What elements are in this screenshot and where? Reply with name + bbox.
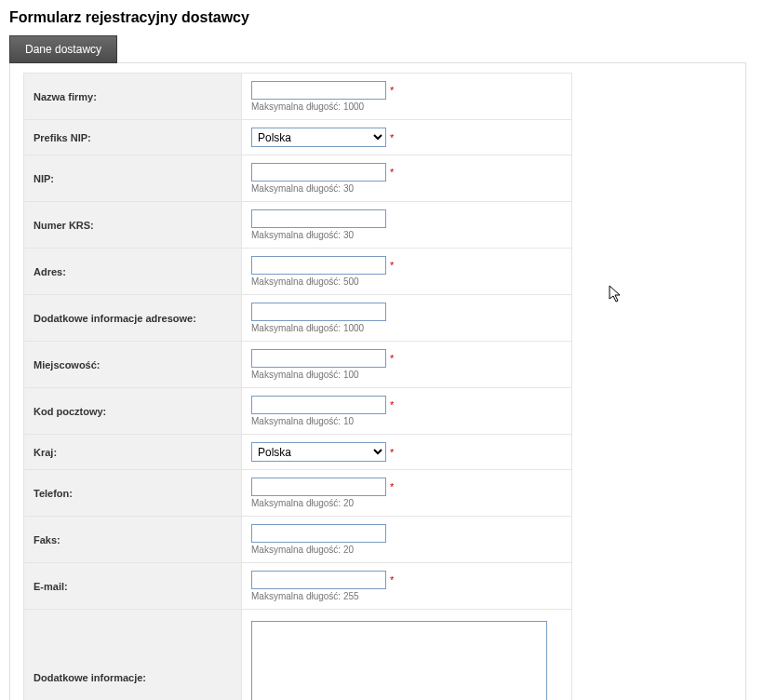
field-cell-telefon: * Maksymalna długość: 20 xyxy=(242,470,572,517)
miejscowosc-input[interactable] xyxy=(251,349,386,368)
hint-nazwa-firmy: Maksymalna długość: 1000 xyxy=(251,101,562,112)
required-marker: * xyxy=(390,399,394,411)
label-nazwa-firmy: Nazwa firmy: xyxy=(24,74,242,120)
field-cell-miejscowosc: * Maksymalna długość: 100 xyxy=(242,342,572,388)
label-faks: Faks: xyxy=(24,517,242,563)
field-cell-prefiks-nip: Polska * xyxy=(242,120,572,155)
label-email: E-mail: xyxy=(24,563,242,610)
kod-pocztowy-input[interactable] xyxy=(251,396,386,414)
required-marker: * xyxy=(390,132,394,143)
label-kod-pocztowy: Kod pocztowy: xyxy=(24,388,242,435)
hint-email: Maksymalna długość: 255 xyxy=(251,591,562,601)
field-cell-nip: * Maksymalna długość: 30 xyxy=(242,155,572,202)
hint-dod-adres: Maksymalna długość: 1000 xyxy=(251,323,562,333)
numer-krs-input[interactable] xyxy=(251,209,386,228)
label-dod-adres: Dodatkowe informacje adresowe: xyxy=(24,295,242,342)
faks-input[interactable] xyxy=(251,524,386,543)
label-kraj: Kraj: xyxy=(24,435,242,470)
hint-telefon: Maksymalna długość: 20 xyxy=(251,498,562,508)
field-cell-adres: * Maksymalna długość: 500 xyxy=(242,249,572,295)
label-miejscowosc: Miejscowość: xyxy=(24,342,242,388)
form-table: Nazwa firmy: * Maksymalna długość: 1000 … xyxy=(23,73,572,700)
hint-adres: Maksymalna długość: 500 xyxy=(251,276,562,287)
kraj-select[interactable]: Polska xyxy=(251,442,386,462)
required-marker: * xyxy=(390,260,394,271)
hint-numer-krs: Maksymalna długość: 30 xyxy=(251,230,562,240)
label-telefon: Telefon: xyxy=(24,470,242,517)
page-title: Formularz rejestracyjny dostawcy xyxy=(9,9,755,26)
hint-nip: Maksymalna długość: 30 xyxy=(251,183,562,194)
email-input[interactable] xyxy=(251,571,386,589)
field-cell-nazwa-firmy: * Maksymalna długość: 1000 xyxy=(242,74,572,120)
required-marker: * xyxy=(390,481,394,492)
telefon-input[interactable] xyxy=(251,478,386,496)
hint-faks: Maksymalna długość: 20 xyxy=(251,545,562,555)
label-dod-info: Dodatkowe informacje: xyxy=(24,610,242,701)
field-cell-kraj: Polska * xyxy=(242,435,572,470)
required-marker: * xyxy=(390,353,394,364)
dod-adres-input[interactable] xyxy=(251,303,386,321)
field-cell-faks: Maksymalna długość: 20 xyxy=(242,517,572,563)
label-prefiks-nip: Prefiks NIP: xyxy=(24,120,242,155)
field-cell-kod-pocztowy: * Maksymalna długość: 10 xyxy=(242,388,572,435)
field-cell-dod-info xyxy=(242,610,572,701)
required-marker: * xyxy=(390,85,394,96)
label-adres: Adres: xyxy=(24,249,242,295)
required-marker: * xyxy=(390,447,394,458)
hint-kod-pocztowy: Maksymalna długość: 10 xyxy=(251,416,562,426)
prefiks-nip-select[interactable]: Polska xyxy=(251,128,386,147)
nip-input[interactable] xyxy=(251,163,386,182)
label-numer-krs: Numer KRS: xyxy=(24,202,242,249)
field-cell-dod-adres: Maksymalna długość: 1000 xyxy=(242,295,572,342)
label-nip: NIP: xyxy=(24,155,242,202)
field-cell-numer-krs: Maksymalna długość: 30 xyxy=(242,202,572,249)
field-cell-email: * Maksymalna długość: 255 xyxy=(242,563,572,610)
hint-miejscowosc: Maksymalna długość: 100 xyxy=(251,370,562,380)
required-marker: * xyxy=(390,574,394,586)
required-marker: * xyxy=(390,167,394,178)
dod-info-textarea[interactable] xyxy=(251,621,547,700)
adres-input[interactable] xyxy=(251,256,386,275)
tab-dane-dostawcy[interactable]: Dane dostawcy xyxy=(9,35,117,63)
nazwa-firmy-input[interactable] xyxy=(251,81,386,100)
form-panel: Nazwa firmy: * Maksymalna długość: 1000 … xyxy=(9,62,746,700)
